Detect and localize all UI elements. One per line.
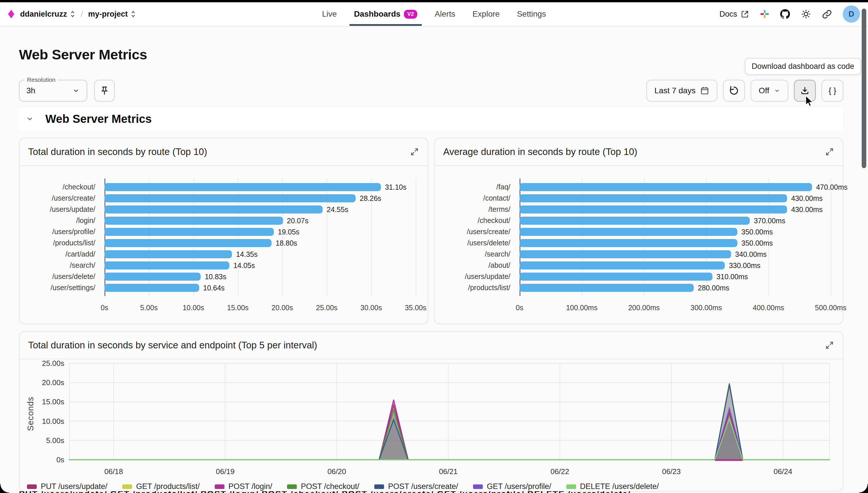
theme-toggle-icon[interactable] xyxy=(801,9,811,19)
app-root: ddanielcruzz / my-project Live Dashboard… xyxy=(0,0,868,493)
charts-row: Total duration in seconds by route (Top … xyxy=(19,138,843,324)
bar xyxy=(105,194,356,202)
bar-value-label: 350.00ms xyxy=(741,228,773,236)
legend-item[interactable]: DELETE /users/delete/ xyxy=(566,482,659,491)
bar-value-label: 28.26s xyxy=(360,194,381,202)
time-range-button[interactable]: Last 7 days xyxy=(647,80,717,102)
project-name: my-project xyxy=(88,10,128,19)
github-icon[interactable] xyxy=(780,9,790,19)
updown-icon xyxy=(130,10,136,18)
bar-value-label: 470.00ms xyxy=(816,183,848,191)
bar-category-label: /products/list/ xyxy=(435,283,515,292)
breadcrumb: ddanielcruzz / my-project xyxy=(8,10,136,19)
bar-category-label: /search/ xyxy=(435,250,515,258)
series-line xyxy=(69,385,830,460)
bar-row: /users/update/24.55s xyxy=(20,204,428,215)
legend-item[interactable]: GET /products/list/ xyxy=(122,482,200,491)
bar xyxy=(105,228,274,236)
y-tick-label: 10.00s xyxy=(42,417,64,426)
tab-alerts[interactable]: Alerts xyxy=(435,2,455,26)
bar-value-label: 24.55s xyxy=(327,205,348,214)
legend-label: PUT /users/update/ xyxy=(41,482,107,491)
project-switcher[interactable]: my-project xyxy=(88,10,136,19)
code-button[interactable]: { } xyxy=(822,80,843,102)
logo-icon[interactable] xyxy=(8,10,14,18)
bar-row: /cart/add/14.35s xyxy=(20,249,428,260)
bar-row: /about/330.00ms xyxy=(435,260,843,271)
series-area xyxy=(69,405,830,460)
v2-badge: V2 xyxy=(404,10,417,19)
org-switcher[interactable]: ddanielcruzz xyxy=(20,10,76,19)
area-chart-canvas: 0s5.00s10.00s15.00s20.00s25.00sSeconds xyxy=(20,359,842,466)
nav-actions: Docs D xyxy=(719,5,860,23)
tab-settings[interactable]: Settings xyxy=(517,2,546,26)
expand-icon[interactable] xyxy=(825,147,834,156)
bar-category-label: /users/create/ xyxy=(435,228,515,236)
tab-dashboards[interactable]: DashboardsV2 xyxy=(354,2,417,26)
bar-category-label: /products/list/ xyxy=(20,239,100,247)
bar xyxy=(105,239,272,247)
clipped-next-row: PUT /users/update/ GET /products/list/ P… xyxy=(19,491,843,493)
bar-value-label: 14.05s xyxy=(233,261,255,270)
x-tick-label: 06/22 xyxy=(551,467,569,476)
legend-item[interactable]: PUT /users/update/ xyxy=(27,482,107,491)
bar-row: /products/list/18.80s xyxy=(20,237,428,249)
legend-item[interactable]: GET /users/profile/ xyxy=(473,482,551,491)
bar xyxy=(520,206,787,214)
section-header[interactable]: Web Server Metrics xyxy=(19,107,843,130)
bar-row: /products/list/280.00ms xyxy=(435,282,843,293)
refresh-button[interactable] xyxy=(723,80,745,102)
bar-value-label: 280.00ms xyxy=(698,283,729,292)
tab-explore[interactable]: Explore xyxy=(472,2,500,26)
bar xyxy=(105,273,200,281)
bar-category-label: /users/profile/ xyxy=(20,228,100,236)
x-tick-label: 06/18 xyxy=(104,467,123,476)
bar-value-label: 340.00ms xyxy=(735,250,767,258)
bar-row: /users/create/350.00ms xyxy=(435,226,843,237)
scrollbar-thumb[interactable] xyxy=(862,8,866,168)
legend-swatch xyxy=(27,485,37,489)
pin-button[interactable] xyxy=(94,80,115,102)
bar xyxy=(520,217,750,225)
auto-refresh-select[interactable]: Off xyxy=(750,80,788,102)
x-tick-label: 06/23 xyxy=(662,467,681,476)
x-tick-label: 0s xyxy=(516,304,523,312)
legend-item[interactable]: POST /users/create/ xyxy=(374,482,458,491)
legend-swatch xyxy=(566,485,576,489)
legend-swatch xyxy=(473,485,483,489)
bar-category-label: /users/create/ xyxy=(20,194,100,202)
tab-live[interactable]: Live xyxy=(322,2,337,26)
x-tick-label: 5.00s xyxy=(140,304,157,312)
docs-link[interactable]: Docs xyxy=(719,10,749,19)
x-tick-label: 35.00s xyxy=(405,304,426,312)
download-tooltip: Download dashboard as code xyxy=(745,58,861,75)
mouse-cursor xyxy=(805,95,814,108)
series-area xyxy=(69,383,830,460)
share-link-icon[interactable] xyxy=(822,9,832,19)
bar xyxy=(520,284,694,292)
bar xyxy=(520,228,737,236)
bar-row: /checkout/370.00ms xyxy=(435,215,843,226)
y-axis-label: Seconds xyxy=(26,396,35,431)
resolution-select[interactable]: Resolution 3h xyxy=(19,80,87,102)
slack-icon[interactable] xyxy=(760,9,769,19)
bar-value-label: 20.07s xyxy=(287,216,309,225)
avatar[interactable]: D xyxy=(843,5,860,23)
series-area xyxy=(69,408,830,460)
bar xyxy=(520,250,731,258)
x-tick-label: 20.00s xyxy=(272,304,293,312)
bar-rows: /faq/470.00ms/contact/430.00ms/terms/430… xyxy=(435,181,843,293)
section-collapse-icon[interactable] xyxy=(26,115,34,123)
x-tick-label: 15.00s xyxy=(227,304,249,312)
legend-item[interactable]: POST /checkout/ xyxy=(287,482,359,491)
expand-icon[interactable] xyxy=(825,341,834,350)
refresh-icon xyxy=(728,85,739,96)
bar-category-label: /user/settings/ xyxy=(20,283,100,292)
legend-item[interactable]: POST /login/ xyxy=(215,482,272,491)
bar xyxy=(520,273,713,281)
bar xyxy=(520,261,725,270)
page-title: Web Server Metrics xyxy=(19,26,843,63)
bar-row: /users/delete/350.00ms xyxy=(435,237,843,249)
expand-icon[interactable] xyxy=(410,147,419,156)
y-tick-label: 0s xyxy=(57,455,64,464)
